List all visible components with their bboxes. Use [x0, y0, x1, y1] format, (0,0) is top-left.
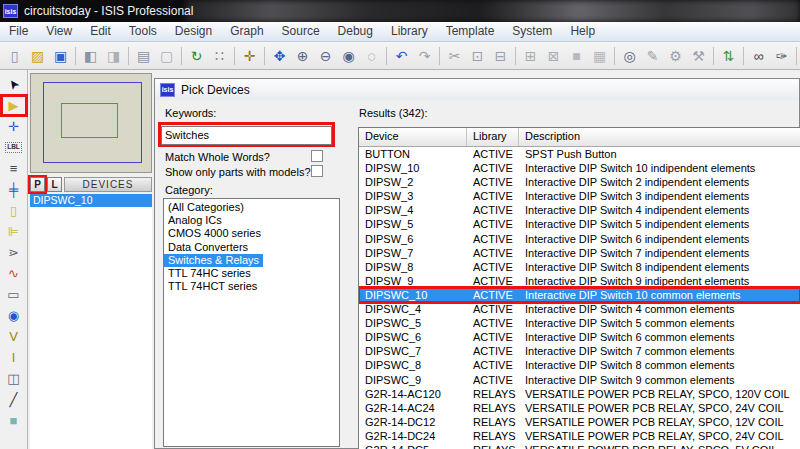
result-row[interactable]: DIPSW_8 ACTIVE Interactive DIP Switch 8 … [359, 260, 800, 274]
result-row[interactable]: G2R-14-DC5 RELAYS VERSATILE POWER PCB RE… [359, 443, 800, 449]
show-only-models-checkbox[interactable] [311, 165, 323, 177]
block-delete-icon[interactable]: ▦ [588, 44, 611, 67]
result-row[interactable]: DIPSW_2 ACTIVE Interactive DIP Switch 2 … [359, 175, 800, 189]
toolbar-icon[interactable] [439, 47, 440, 65]
component-mode-icon[interactable]: ▶ [2, 96, 26, 115]
result-row[interactable]: DIPSWC_4 ACTIVE Interactive DIP Switch 4… [359, 302, 800, 316]
menu-item[interactable]: Template [437, 22, 504, 41]
menu-item[interactable]: Library [382, 22, 437, 41]
category-item[interactable]: Switches & Relays [164, 254, 263, 267]
box-2d-icon[interactable]: ■ [2, 411, 26, 430]
zoom-out-icon[interactable]: ⊖ [314, 44, 337, 67]
result-row[interactable]: G2R-14-AC24 RELAYS VERSATILE POWER PCB R… [359, 401, 800, 415]
result-row[interactable]: DIPSW_9 ACTIVE Interactive DIP Switch 9 … [359, 274, 800, 288]
menu-item[interactable]: Design [166, 22, 221, 41]
instrument-icon[interactable]: ◫ [2, 369, 26, 388]
toolbar-icon[interactable] [264, 47, 265, 65]
category-item[interactable]: Analog ICs [164, 214, 339, 227]
menu-item[interactable]: File [0, 22, 37, 41]
make-device-icon[interactable]: ✎ [641, 44, 664, 67]
save-file-icon[interactable]: ▣ [49, 44, 72, 67]
results-column-header[interactable]: Device [359, 128, 467, 146]
zoom-all-icon[interactable]: ◉ [337, 44, 360, 67]
print-icon[interactable]: ▤ [132, 44, 155, 67]
zoom-in-icon[interactable]: ⊕ [291, 44, 314, 67]
category-item[interactable]: TTL 74HC series [164, 267, 339, 280]
menu-item[interactable]: Debug [329, 22, 382, 41]
open-folder-icon[interactable]: ▨ [26, 44, 49, 67]
object-selector-item[interactable]: DIPSWC_10 [30, 194, 152, 207]
result-row[interactable]: DIPSWC_8 ACTIVE Interactive DIP Switch 8… [359, 358, 800, 372]
block-copy-icon[interactable]: ⊞ [519, 44, 542, 67]
result-row[interactable]: DIPSW_6 ACTIVE Interactive DIP Switch 6 … [359, 232, 800, 246]
block-move-icon[interactable]: ⊠ [542, 44, 565, 67]
search-find-icon[interactable]: ∞ [747, 44, 770, 67]
menu-item[interactable]: Graph [221, 22, 272, 41]
copy-icon[interactable]: ⊡ [466, 44, 489, 67]
menu-item[interactable]: System [503, 22, 561, 41]
toolbar-icon[interactable] [386, 47, 387, 65]
paste-icon[interactable]: ⊟ [489, 44, 512, 67]
keywords-input[interactable] [161, 126, 332, 145]
selection-mode-icon[interactable]: ➤ [2, 75, 26, 94]
toggle-origin-icon[interactable]: ✛ [238, 44, 261, 67]
import-section-icon[interactable]: ◧ [79, 44, 102, 67]
generator-icon[interactable]: ◉ [2, 306, 26, 325]
result-row[interactable]: DIPSW_5 ACTIVE Interactive DIP Switch 5 … [359, 217, 800, 231]
terminal-icon[interactable]: ⊫ [2, 222, 26, 241]
wire-autorouter-icon[interactable]: ⇅ [717, 44, 740, 67]
decompose-icon[interactable]: ⚒ [687, 44, 710, 67]
voltage-probe-icon[interactable]: V [2, 327, 26, 346]
pan-icon[interactable]: ✥ [268, 44, 291, 67]
redraw-icon[interactable]: ↻ [185, 44, 208, 67]
results-column-header[interactable]: Library [467, 128, 519, 146]
category-item[interactable]: TTL 74HCT series [164, 280, 339, 293]
category-item[interactable]: Data Converters [164, 241, 339, 254]
result-row[interactable]: DIPSW_3 ACTIVE Interactive DIP Switch 3 … [359, 189, 800, 203]
results-column-header[interactable]: Description [519, 128, 800, 146]
overview-window[interactable] [30, 73, 152, 173]
menu-item[interactable]: Edit [81, 22, 120, 41]
result-row[interactable]: DIPSW_10 ACTIVE Interactive DIP Switch 1… [359, 161, 800, 175]
bus-icon[interactable]: ╪ [2, 180, 26, 199]
line-2d-icon[interactable]: ╱ [2, 390, 26, 409]
result-row[interactable]: DIPSWC_6 ACTIVE Interactive DIP Switch 6… [359, 330, 800, 344]
graph-mode-icon[interactable]: ∿ [2, 264, 26, 283]
menu-item[interactable]: Source [273, 22, 329, 41]
packaging-tool-icon[interactable]: ⚙ [664, 44, 687, 67]
export-section-icon[interactable]: ◨ [102, 44, 125, 67]
menu-item[interactable]: View [37, 22, 81, 41]
result-row[interactable]: DIPSWC_9 ACTIVE Interactive DIP Switch 9… [359, 373, 800, 387]
toolbar-icon[interactable] [614, 47, 615, 65]
block-rotate-icon[interactable]: ■ [565, 44, 588, 67]
result-row[interactable]: BUTTON ACTIVE SPST Push Button [359, 147, 800, 161]
result-row[interactable]: DIPSWC_10 ACTIVE Interactive DIP Switch … [359, 288, 800, 302]
zoom-area-icon[interactable]: ◌ [360, 44, 383, 67]
device-pin-icon[interactable]: ⋗ [2, 243, 26, 262]
result-row[interactable]: G2R-14-AC120 RELAYS VERSATILE POWER PCB … [359, 387, 800, 401]
current-probe-icon[interactable]: I [2, 348, 26, 367]
text-script-icon[interactable]: ≡ [2, 159, 26, 178]
pick-parts-icon[interactable]: ◎ [618, 44, 641, 67]
result-row[interactable]: G2R-14-DC12 RELAYS VERSATILE POWER PCB R… [359, 415, 800, 429]
menu-item[interactable]: Help [561, 22, 604, 41]
subcircuit-icon[interactable]: ▯ [2, 201, 26, 220]
mark-output-area-icon[interactable]: ▢ [155, 44, 178, 67]
menu-item[interactable]: Tools [120, 22, 166, 41]
toolbar-icon[interactable] [743, 47, 744, 65]
result-row[interactable]: DIPSWC_7 ACTIVE Interactive DIP Switch 7… [359, 344, 800, 358]
result-row[interactable]: DIPSW_7 ACTIVE Interactive DIP Switch 7 … [359, 246, 800, 260]
match-whole-words-checkbox[interactable] [311, 150, 323, 162]
cut-icon[interactable]: ✂ [443, 44, 466, 67]
library-manager-button[interactable]: L [47, 177, 62, 192]
dialog-title-bar[interactable]: isis Pick Devices [155, 79, 799, 100]
toolbar-icon[interactable] [515, 47, 516, 65]
category-item[interactable]: (All Categories) [164, 201, 339, 214]
result-row[interactable]: DIPSW_4 ACTIVE Interactive DIP Switch 4 … [359, 203, 800, 217]
property-assignment-icon[interactable]: ✑ [770, 44, 793, 67]
toolbar-icon[interactable] [128, 47, 129, 65]
wire-label-icon[interactable]: LBL [2, 138, 26, 157]
result-row[interactable]: G2R-14-DC24 RELAYS VERSATILE POWER PCB R… [359, 429, 800, 443]
toolbar-icon[interactable] [713, 47, 714, 65]
toolbar-icon[interactable] [181, 47, 182, 65]
